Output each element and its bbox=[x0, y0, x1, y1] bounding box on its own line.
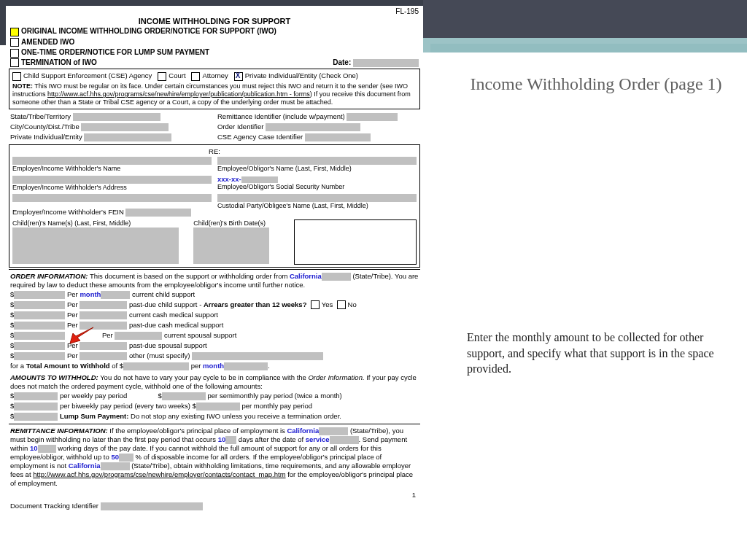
field-obligor[interactable] bbox=[217, 157, 417, 165]
checkbox-onetime[interactable] bbox=[10, 49, 19, 58]
checkbox-attorney[interactable] bbox=[191, 72, 200, 81]
remit-link[interactable]: http://www.acf.hhs.gov/programs/cse/newh… bbox=[33, 470, 285, 478]
field-total[interactable] bbox=[123, 362, 189, 370]
order-info: ORDER INFORMATION: This document is base… bbox=[10, 272, 419, 371]
field-priv[interactable] bbox=[84, 133, 171, 141]
slide-body: Enter the monthly amount to be collected… bbox=[467, 330, 725, 377]
checkbox-amended[interactable] bbox=[10, 38, 19, 47]
date-field[interactable] bbox=[353, 59, 419, 67]
page-number: 1 bbox=[6, 489, 423, 499]
note-link[interactable]: http://www.acf.hhs.gov/programs/cse/newh… bbox=[47, 90, 310, 98]
field-city[interactable] bbox=[81, 123, 169, 131]
party-box: RE: Employer/Income Withholder's Name Em… bbox=[9, 144, 420, 267]
remittance-section: REMITTANCE INFORMATION: If the employee/… bbox=[10, 427, 419, 488]
field-empname[interactable] bbox=[12, 157, 212, 165]
checkbox-no[interactable] bbox=[337, 300, 346, 309]
field-order[interactable] bbox=[266, 123, 360, 131]
form-document: FL-195 INCOME WITHHOLDING FOR SUPPORT OR… bbox=[6, 6, 423, 513]
field-obligee[interactable] bbox=[217, 194, 417, 202]
svg-marker-0 bbox=[70, 327, 93, 343]
checkbox-original[interactable] bbox=[10, 28, 19, 36]
checkone-box: Child Support Enforcement (CSE) Agency C… bbox=[9, 69, 420, 109]
checkbox-court[interactable] bbox=[158, 72, 166, 81]
checkbox-cse[interactable] bbox=[12, 72, 21, 81]
checkbox-private[interactable] bbox=[234, 72, 243, 81]
field-children[interactable] bbox=[12, 228, 179, 264]
form-title: INCOME WITHHOLDING FOR SUPPORT bbox=[6, 17, 423, 27]
field-state[interactable] bbox=[73, 113, 160, 121]
slide-title: Income Withholding Order (page 1) bbox=[467, 73, 725, 96]
form-number: FL-195 bbox=[6, 6, 423, 17]
field-tracking[interactable] bbox=[101, 502, 203, 510]
amounts-section: AMOUNTS TO WITHHOLD: You do not have to … bbox=[10, 373, 419, 421]
red-arrow-icon bbox=[69, 326, 95, 345]
checkbox-yes[interactable] bbox=[311, 300, 320, 309]
field-remit[interactable] bbox=[347, 113, 398, 121]
checkbox-termination[interactable] bbox=[10, 58, 19, 67]
field-fein[interactable] bbox=[125, 209, 191, 217]
field-dob[interactable] bbox=[193, 228, 269, 264]
field-empaddr[interactable] bbox=[12, 176, 212, 184]
field-cseid[interactable] bbox=[305, 133, 371, 141]
